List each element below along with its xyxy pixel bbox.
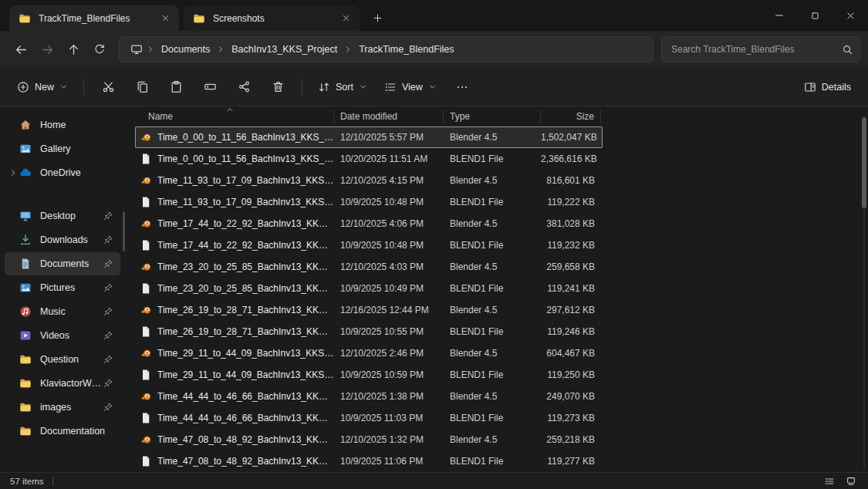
file-name-cell: Time_11_93_to_17_09_BachInv13_KKS_Pia... [135, 196, 334, 208]
breadcrumb-documents[interactable]: Documents [155, 40, 216, 59]
file-row[interactable]: Time_44_44_to_46_66_BachInv13_KKS_Pia...… [135, 386, 603, 407]
sidebar-item-desktop[interactable]: Desktop [5, 204, 120, 228]
sidebar-item-images[interactable]: images [5, 396, 120, 419]
share-button[interactable] [228, 74, 260, 100]
breadcrumb-tracktime-blendfiles[interactable]: TrackTime_BlendFiles [353, 40, 460, 59]
up-button[interactable] [60, 36, 86, 62]
file-row[interactable]: Time_26_19_to_28_71_BachInv13_KKS_Pia...… [135, 299, 603, 321]
view-button[interactable]: View [377, 74, 444, 100]
sort-button[interactable]: Sort [310, 74, 375, 100]
file-row[interactable]: Time_26_19_to_28_71_BachInv13_KKS_Pia...… [135, 321, 603, 342]
folder-icon [19, 401, 33, 413]
minimize-button[interactable] [762, 0, 797, 31]
breadcrumb-chevron-icon[interactable] [146, 46, 155, 53]
more-options-button[interactable] [446, 74, 478, 100]
file-row[interactable]: Time_23_20_to_25_85_BachInv13_KKS_Pia...… [135, 256, 603, 278]
details-view-toggle[interactable] [820, 474, 839, 488]
refresh-button[interactable] [86, 36, 113, 62]
expand-chevron-icon[interactable] [6, 168, 19, 177]
status-separator [52, 477, 53, 486]
file-date-modified: 12/10/2025 2:46 PM [334, 348, 444, 359]
sidebar-item-home[interactable]: Home [5, 113, 120, 137]
file-row[interactable]: Time_29_11_to_44_09_BachInv13_KKS_Pia...… [135, 364, 603, 386]
sidebar-item-gallery[interactable]: Gallery [5, 137, 120, 160]
file-row[interactable]: Time_11_93_to_17_09_BachInv13_KKS_Pia...… [135, 191, 603, 213]
sidebar-item-question[interactable]: Question [5, 348, 120, 371]
search-icon[interactable] [837, 44, 853, 56]
breadcrumb-chevron-icon[interactable] [216, 46, 225, 53]
sidebar-item-onedrive[interactable]: OneDrive [5, 161, 120, 184]
file-row[interactable]: Time_44_44_to_46_66_BachInv13_KKS_Pia...… [135, 407, 603, 429]
sidebar-item-documents[interactable]: Documents [5, 252, 120, 275]
file-row[interactable]: Time_23_20_to_25_85_BachInv13_KKS_Pia...… [135, 278, 603, 299]
pin-icon [103, 258, 114, 270]
file-row[interactable]: Time_17_44_to_22_92_BachInv13_KKS_Pia...… [135, 234, 603, 256]
blendfile-icon [140, 455, 152, 467]
file-type: BLEND1 File [444, 413, 541, 423]
file-row[interactable]: Time_47_08_to_48_92_BachInv13_KKS_Pia...… [135, 450, 603, 472]
scrollbar-thumb[interactable] [862, 117, 866, 208]
new-tab-button[interactable] [367, 8, 387, 28]
column-header-date-modified[interactable]: Date modified [334, 110, 444, 123]
delete-button[interactable] [262, 74, 294, 100]
copy-button[interactable] [126, 74, 158, 100]
column-header-name[interactable]: Name [135, 110, 334, 123]
sidebar-item-documentation[interactable]: Documentation [5, 420, 120, 443]
paste-button[interactable] [160, 74, 192, 100]
sidebar-item-label: Question [40, 354, 103, 365]
cut-button[interactable] [92, 74, 124, 100]
content-area: HomeGalleryOneDriveDesktopDownloadsDocum… [0, 106, 868, 472]
sidebar-item-music[interactable]: Music [5, 300, 120, 323]
column-headers: Name Date modified Type Size [135, 106, 601, 126]
breadcrumb-bachinv13-kks-project[interactable]: BachInv13_KKS_Project [225, 40, 343, 59]
toolbar-separator [302, 79, 302, 96]
file-row[interactable]: Time_0_00_to_11_56_BachInv13_KKS_Pian...… [135, 126, 603, 148]
tab-strip: TrackTime_BlendFiles Screenshots [0, 5, 387, 31]
toolbar-separator [83, 79, 84, 96]
file-row[interactable]: Time_0_00_to_11_56_BachInv13_KKS_Pian...… [135, 148, 603, 170]
rename-button[interactable] [194, 74, 226, 100]
maximize-button[interactable] [797, 0, 833, 31]
desktop-icon [19, 210, 33, 222]
file-type: Blender 4.5 [444, 175, 541, 186]
details-button[interactable]: Details [796, 74, 859, 100]
file-type: Blender 4.5 [444, 218, 541, 229]
file-name-cell: Time_44_44_to_46_66_BachInv13_KKS_Pia... [135, 412, 334, 424]
tab-tracktime-blendfiles[interactable]: TrackTime_BlendFiles [9, 5, 179, 31]
this-pc-icon[interactable] [126, 43, 146, 56]
tab-label: Screenshots [213, 13, 332, 24]
sidebar-item-videos[interactable]: Videos [5, 324, 120, 347]
folder-icon [193, 12, 207, 25]
file-date-modified: 12/10/2025 4:15 PM [334, 175, 444, 186]
tab-close-icon[interactable] [157, 11, 173, 26]
file-row[interactable]: Time_29_11_to_44_09_BachInv13_KKS_Pia...… [135, 342, 603, 364]
forward-button[interactable] [34, 36, 60, 62]
file-row[interactable]: Time_11_93_to_17_09_BachInv13_KKS_Pia...… [135, 170, 603, 191]
column-header-size[interactable]: Size [541, 110, 601, 123]
sidebar-item-downloads[interactable]: Downloads [5, 228, 120, 251]
file-row[interactable]: Time_17_44_to_22_92_BachInv13_KKS_Pia...… [135, 213, 603, 234]
file-type: BLEND1 File [444, 369, 541, 380]
breadcrumb-chevron-icon[interactable] [343, 46, 353, 53]
documents-icon [19, 258, 33, 270]
sidebar-item-label: Desktop [40, 211, 103, 221]
sidebar-item-pictures[interactable]: Pictures [5, 276, 120, 299]
file-row[interactable]: Time_47_08_to_48_92_BachInv13_KKS_Pia...… [135, 429, 603, 450]
vertical-scrollbar[interactable] [861, 116, 866, 467]
details-button-label: Details [822, 82, 851, 93]
blender-icon [140, 174, 152, 187]
search-box[interactable] [661, 36, 860, 62]
tab-close-icon[interactable] [338, 11, 353, 26]
large-icons-view-toggle[interactable] [842, 474, 860, 488]
sidebar-item-klaviactorwe[interactable]: KlaviactorWe... [5, 372, 120, 395]
new-button[interactable]: New [9, 74, 76, 100]
sidebar-item-label: KlaviactorWe... [40, 378, 103, 389]
back-button[interactable] [8, 36, 34, 62]
status-bar: 57 items [0, 472, 868, 489]
address-bar[interactable]: Documents BachInv13_KKS_Project TrackTim… [119, 36, 654, 62]
tab-screenshots[interactable]: Screenshots [184, 5, 360, 31]
file-size: 604,467 KB [541, 348, 601, 359]
column-header-type[interactable]: Type [444, 110, 541, 123]
search-input[interactable] [671, 44, 837, 55]
close-button[interactable] [833, 0, 868, 31]
